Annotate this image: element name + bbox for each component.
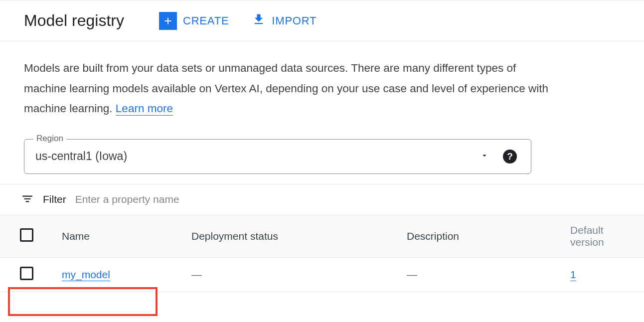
models-table: Name Deployment status Description Defau… [0, 215, 644, 292]
region-select[interactable]: Region us-central1 (Iowa) ? [24, 139, 531, 174]
model-name-link[interactable]: my_model [62, 269, 110, 281]
learn-more-link[interactable]: Learn more [116, 102, 173, 116]
row-version-cell: 1 [565, 257, 644, 292]
column-header-description[interactable]: Description [402, 215, 565, 257]
row-checkbox[interactable] [20, 267, 33, 280]
row-deployment-cell: — [186, 257, 402, 292]
help-icon[interactable]: ? [503, 150, 517, 163]
column-header-checkbox [0, 215, 57, 257]
import-icon [252, 12, 266, 29]
row-description-cell: — [402, 257, 565, 292]
column-header-deployment[interactable]: Deployment status [186, 215, 402, 257]
create-button[interactable]: CREATE [159, 12, 229, 30]
action-bar: CREATE IMPORT [159, 12, 317, 30]
import-label: IMPORT [272, 14, 317, 27]
filter-icon [21, 192, 34, 207]
filter-label: Filter [43, 193, 66, 205]
filter-bar: Filter [0, 184, 644, 215]
column-header-default-version[interactable]: Default version [565, 215, 644, 257]
create-label: CREATE [183, 14, 229, 27]
region-field-label: Region [33, 134, 66, 144]
description-body: Models are built from your data sets or … [24, 62, 548, 115]
description-text: Models are built from your data sets or … [24, 58, 552, 119]
region-value: us-central1 (Iowa) [35, 150, 480, 163]
plus-icon [159, 12, 177, 30]
page-title: Model registry [24, 11, 124, 30]
table-row: my_model — — 1 [0, 257, 644, 292]
column-header-name[interactable]: Name [57, 215, 186, 257]
version-link[interactable]: 1 [570, 269, 576, 281]
row-name-cell: my_model [57, 257, 186, 292]
chevron-down-icon [480, 151, 489, 161]
row-checkbox-cell [0, 257, 57, 292]
filter-input[interactable] [75, 193, 623, 205]
content-area: Models are built from your data sets or … [0, 41, 644, 174]
topbar: Model registry CREATE IMPORT [0, 0, 644, 41]
select-all-checkbox[interactable] [20, 228, 33, 242]
import-button[interactable]: IMPORT [252, 12, 317, 29]
